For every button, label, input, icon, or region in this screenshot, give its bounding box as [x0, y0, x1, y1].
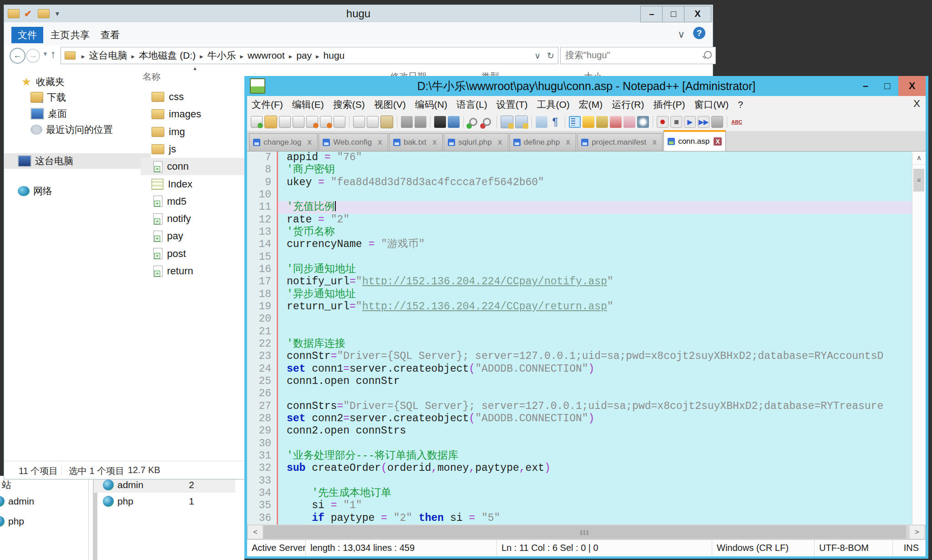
run-macro-f-icon[interactable]	[610, 116, 622, 128]
code-line-20[interactable]: 20	[247, 313, 912, 325]
code-line-15[interactable]: 15	[247, 251, 912, 263]
macro-stop-icon[interactable]	[670, 116, 682, 128]
menu-item-搜索(S)[interactable]: 搜索(S)	[329, 98, 370, 111]
qat-dropdown-icon[interactable]: ▼	[54, 10, 61, 17]
line-number[interactable]: 13	[247, 226, 277, 238]
line-number[interactable]: 28	[247, 413, 277, 425]
breadcrumb-segment[interactable]: 这台电脑	[89, 50, 127, 61]
code-editor[interactable]: 7appid = "76"8'商户密钥9ukey = "fea8d48d3d78…	[247, 151, 912, 525]
line-number[interactable]: 22	[247, 338, 277, 350]
code-line-21[interactable]: 21	[247, 326, 912, 338]
scroll-right-icon[interactable]: >	[910, 525, 924, 539]
notepad-minimize-button[interactable]: –	[855, 76, 876, 96]
copy-icon[interactable]	[367, 116, 379, 128]
code-line-24[interactable]: 24set conn1=server.createobject("ADODB.C…	[247, 363, 912, 375]
explorer-close-button[interactable]: X	[684, 6, 711, 22]
code-line-17[interactable]: 17notify_url="http://152.136.204.224/CCp…	[247, 276, 912, 288]
editor-tab-bak.txt[interactable]: bak.txtX	[389, 133, 443, 151]
sidebar-item-桌面[interactable]: 桌面	[4, 106, 163, 121]
up-button[interactable]: ↑	[51, 48, 56, 61]
menu-item-编码(N)[interactable]: 编码(N)	[410, 98, 452, 111]
macro-save-icon[interactable]	[711, 116, 723, 128]
code-line-16[interactable]: 16'同步通知地址	[247, 263, 912, 276]
vertical-scrollbar[interactable]: ∧ ≡	[912, 151, 926, 525]
macro-play-icon[interactable]: ▶	[684, 116, 696, 128]
code-line-31[interactable]: 31'业务处理部分---将订单插入数据库	[247, 450, 912, 462]
breadcrumb-segment[interactable]: hugu	[324, 50, 345, 61]
cut-icon[interactable]	[353, 116, 365, 128]
breadcrumb[interactable]: ▸这台电脑▸本地磁盘 (D:)▸牛小乐▸wwwroot▸pay▸hugu ∨ ↻	[61, 47, 558, 64]
code-line-35[interactable]: 35 si = "1"	[247, 499, 912, 512]
line-number[interactable]: 10	[247, 189, 277, 201]
breadcrumb-segment[interactable]: wwwroot	[248, 50, 285, 61]
show-symbols-icon[interactable]: ¶	[549, 116, 561, 128]
code-line-7[interactable]: 7appid = "76"	[247, 151, 912, 164]
macro-multi-icon[interactable]: ▶▶	[698, 116, 709, 128]
line-number[interactable]: 17	[247, 276, 277, 288]
line-number[interactable]: 12	[247, 214, 277, 226]
save-all-icon[interactable]	[293, 116, 304, 128]
sidebar-item-网络[interactable]: 网络	[4, 183, 151, 199]
breadcrumb-segment[interactable]: 牛小乐	[207, 50, 236, 61]
tab-close-icon[interactable]: X	[714, 137, 722, 146]
sidebar-item-最近访问的位置[interactable]: 最近访问的位置	[4, 122, 163, 137]
macro-record-icon[interactable]	[657, 116, 669, 128]
explorer-minimize-button[interactable]: –	[640, 6, 663, 22]
line-number[interactable]: 31	[247, 450, 277, 462]
line-number[interactable]: 14	[247, 238, 277, 251]
code-line-22[interactable]: 22'数据库连接	[247, 338, 912, 350]
column-header-name[interactable]: 名称	[142, 71, 161, 83]
doc-map-icon[interactable]	[569, 116, 581, 128]
line-number[interactable]: 24	[247, 363, 277, 375]
file-row-Index[interactable]: Index	[141, 176, 192, 193]
file-row-js[interactable]: js	[141, 141, 176, 158]
function-list-icon[interactable]	[582, 116, 594, 128]
notepad-maximize-button[interactable]: □	[876, 76, 898, 96]
menu-item-宏(M)[interactable]: 宏(M)	[574, 98, 607, 111]
line-number[interactable]: 21	[247, 326, 277, 338]
refresh-icon[interactable]: ↻	[547, 50, 554, 61]
line-number[interactable]: 30	[247, 438, 277, 450]
menu-item-工具(O)[interactable]: 工具(O)	[532, 98, 574, 111]
editor-tab-conn.asp[interactable]: conn.aspX	[664, 130, 726, 151]
line-number[interactable]: 34	[247, 487, 277, 499]
file-row-pay[interactable]: pay	[141, 227, 183, 245]
search-input[interactable]: 搜索"hugu"	[560, 47, 716, 64]
tab-close-icon[interactable]: X	[564, 138, 572, 146]
editor-tab-sqlurl.php[interactable]: sqlurl.phpX	[444, 133, 508, 151]
menu-item-编辑(E)[interactable]: 编辑(E)	[288, 98, 329, 111]
line-number[interactable]: 8	[247, 164, 277, 176]
editor-tab-project.manifest[interactable]: project.manifestX	[577, 133, 663, 151]
sidebar-item-收藏夹[interactable]: ★收藏夹	[4, 74, 153, 90]
code-line-23[interactable]: 23connStr="Driver={SQL Server}; server=1…	[247, 350, 912, 363]
code-line-8[interactable]: 8'商户密钥	[247, 164, 912, 176]
file-row-css[interactable]: css	[141, 88, 184, 106]
code-line-29[interactable]: 29conn2.open connStrs	[247, 425, 912, 437]
editor-tab-Web.config[interactable]: Web.configX	[319, 133, 388, 151]
redo-icon[interactable]	[415, 116, 426, 128]
file-row-md5[interactable]: md5	[141, 193, 187, 210]
forward-button[interactable]: →	[26, 49, 40, 63]
line-number[interactable]: 19	[247, 301, 277, 313]
line-number[interactable]: 25	[247, 375, 277, 388]
line-number[interactable]: 15	[247, 251, 277, 263]
editor-tab-change.log[interactable]: change.logX	[249, 133, 318, 151]
word-wrap-icon[interactable]	[536, 116, 547, 128]
scroll-up-icon[interactable]: ∧	[912, 151, 926, 165]
menu-item-?[interactable]: ?	[733, 99, 748, 110]
replace-icon[interactable]	[448, 116, 460, 128]
code-line-18[interactable]: 18'异步通知地址	[247, 288, 912, 301]
code-line-33[interactable]: 33	[247, 475, 912, 487]
code-line-12[interactable]: 12rate = "2"	[247, 214, 912, 226]
sidebar-item-下载[interactable]: 下载	[4, 90, 163, 105]
qat-properties-icon[interactable]: ✔	[24, 9, 33, 18]
close-file-icon[interactable]	[306, 116, 318, 128]
line-number[interactable]: 26	[247, 388, 277, 400]
history-dropdown-icon[interactable]: ▼	[42, 50, 48, 57]
line-number[interactable]: 20	[247, 313, 277, 325]
code-line-10[interactable]: 10	[247, 189, 912, 201]
code-line-26[interactable]: 26	[247, 388, 912, 400]
search-icon[interactable]	[704, 51, 712, 59]
explorer-maximize-button[interactable]: □	[662, 6, 685, 22]
line-number[interactable]: 32	[247, 462, 277, 474]
